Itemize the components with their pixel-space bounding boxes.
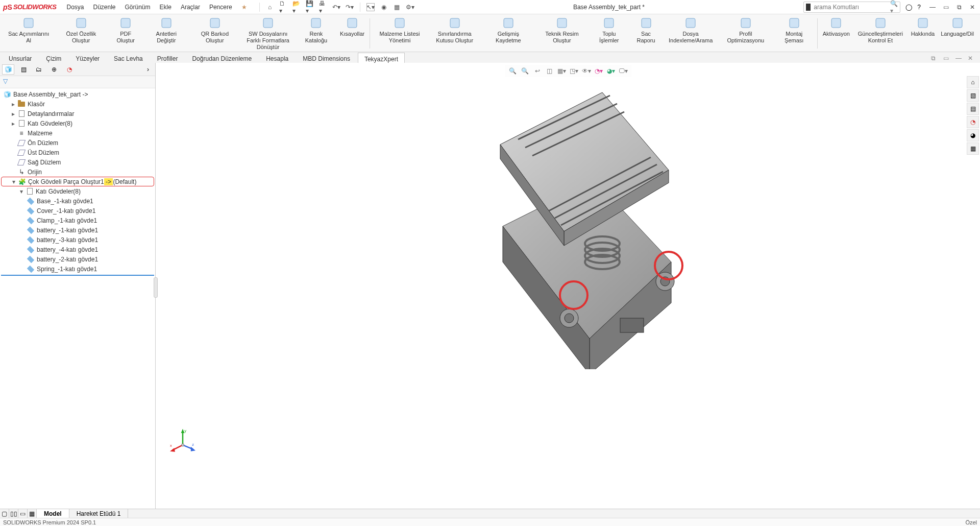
tree-body-item[interactable]: Clamp_-1-katı gövde1: [1, 216, 154, 225]
menu-view[interactable]: Görünüm: [121, 2, 155, 12]
bottom-tab-model[interactable]: Model: [37, 509, 69, 518]
tree-item-multibody[interactable]: ▾ 🧩 Çok Gövdeli Parça Oluştur1 -> (Defau…: [1, 177, 154, 186]
fp-tab-feature-tree[interactable]: 🧊: [2, 64, 14, 75]
ribbon-button[interactable]: Aktivasyon: [820, 16, 853, 37]
menu-file[interactable]: Dosya: [62, 2, 88, 12]
view-4-icon[interactable]: ▦: [28, 509, 37, 518]
status-unit-system[interactable]: Özel: [965, 519, 977, 525]
tree-filter-row[interactable]: ▽: [0, 76, 155, 88]
expander-icon[interactable]: ▸: [10, 120, 16, 127]
ribbon-button[interactable]: PDF Oluştur: [108, 16, 143, 44]
section-view-icon[interactable]: ◫: [545, 66, 555, 76]
ribbon-button[interactable]: Güncelleştirmeleri Kontrol Et: [853, 16, 908, 44]
view-2v-icon[interactable]: ▭: [18, 509, 28, 518]
close-button[interactable]: ✕: [968, 3, 977, 12]
tree-insertion-bar[interactable]: [1, 275, 154, 276]
tree-root[interactable]: 🧊 Base Assembly_tek_part ->: [1, 89, 154, 99]
taskpane-props-icon[interactable]: ▦: [967, 142, 979, 155]
expander-icon[interactable]: ▸: [10, 101, 16, 108]
graphics-viewport[interactable]: 🔍 🔍 ↩ ◫ ▦▾ ◳▾ 👁▾ ◔▾ ◕▾ 🖵▾ ⌂ ▧ ▤ ◔ ◕ ▦: [156, 63, 980, 510]
ribbon-button[interactable]: Profil Optimizasyonu: [718, 16, 773, 44]
ribbon-button[interactable]: QR Barkod Oluştur: [189, 16, 240, 44]
prev-view-icon[interactable]: ↩: [532, 66, 543, 76]
fp-tab-dim[interactable]: ⊕: [48, 64, 60, 75]
open-doc-icon[interactable]: 📂▾: [292, 3, 301, 11]
menu-insert[interactable]: Ekle: [156, 2, 176, 12]
maximize-button[interactable]: ⧉: [954, 3, 964, 12]
fp-tab-property[interactable]: ▤: [17, 64, 30, 75]
taskpane-appear-icon[interactable]: ◕: [967, 129, 979, 141]
tree-item[interactable]: ▸Katı Gövdeler(8): [1, 118, 154, 128]
restore-button[interactable]: ▭: [941, 3, 950, 12]
fp-tab-display[interactable]: ◔: [63, 64, 76, 75]
bottom-tab-motion[interactable]: Hareket Etüdü 1: [69, 509, 129, 518]
menu-edit[interactable]: Düzenle: [89, 2, 119, 12]
ribbon-button[interactable]: Sınırlandırma Kutusu Oluştur: [427, 16, 482, 44]
ribbon-button[interactable]: Teknik Resim Oluştur: [534, 16, 590, 44]
tree-item[interactable]: ↳Orijin: [1, 167, 154, 177]
tree-body-item[interactable]: battery_-2-katı gövde1: [1, 254, 154, 264]
display-style-icon[interactable]: ◳▾: [569, 66, 579, 76]
tree-item[interactable]: ≡Malzeme: [1, 128, 154, 138]
ribbon-button[interactable]: Kısayollar: [337, 16, 368, 37]
menu-window[interactable]: Pencere: [205, 2, 236, 12]
fp-expand-icon[interactable]: ›: [143, 66, 153, 73]
ribbon-button[interactable]: SW Dosyalarını Farklı Formatlara Dönüştü…: [240, 16, 296, 51]
zoom-fit-icon[interactable]: 🔍: [508, 66, 518, 76]
tree-body-item[interactable]: battery_-4-katı gövde1: [1, 245, 154, 254]
ribbon-button[interactable]: Montaj Şeması: [773, 16, 815, 44]
help-icon[interactable]: ?: [917, 4, 921, 11]
taskpane-view-icon[interactable]: ◔: [967, 116, 979, 128]
ribbon-button[interactable]: Antetleri Değiştir: [143, 16, 189, 44]
taskpane-home-icon[interactable]: ⌂: [967, 76, 979, 88]
view-settings-icon[interactable]: 🖵▾: [618, 66, 628, 76]
doc-max-icon[interactable]: —: [955, 55, 964, 63]
save-icon[interactable]: 💾▾: [306, 3, 314, 11]
orientation-icon[interactable]: ▦▾: [557, 66, 567, 76]
redo-icon[interactable]: ↷▾: [346, 3, 354, 11]
ribbon-button[interactable]: Toplu İşlemler: [590, 16, 629, 44]
print-icon[interactable]: 🖶▾: [319, 3, 327, 11]
select-arrow-icon[interactable]: ↖▾: [366, 3, 375, 11]
search-glass-icon[interactable]: 🔍▾: [890, 0, 898, 14]
taskpane-library-icon[interactable]: ▤: [967, 103, 979, 115]
zoom-area-icon[interactable]: 🔍: [520, 66, 530, 76]
tree-item[interactable]: Üst Düzlem: [1, 148, 154, 157]
menu-help-icon[interactable]: ★: [237, 2, 251, 12]
search-input[interactable]: [814, 4, 890, 11]
tree-body-item[interactable]: Spring_-1-katı gövde1: [1, 264, 154, 274]
ribbon-button[interactable]: Malzeme Listesi Yönetimi: [372, 16, 427, 44]
expander-icon[interactable]: ▾: [18, 188, 24, 195]
tree-item[interactable]: ▸Detaylandırmalar: [1, 109, 154, 118]
orientation-triad[interactable]: y x z: [170, 428, 195, 453]
feature-tree[interactable]: 🧊 Base Assembly_tek_part -> ▸Klasör▸Deta…: [0, 88, 155, 510]
settings-gear-icon[interactable]: ⚙▾: [406, 3, 414, 11]
ribbon-button[interactable]: Özel Özellik Oluştur: [54, 16, 108, 44]
doc-min-icon[interactable]: ▭: [943, 55, 951, 63]
command-search[interactable]: 🔍▾: [803, 2, 900, 13]
options-grid-icon[interactable]: ▦: [393, 3, 401, 11]
minimize-button[interactable]: —: [928, 3, 937, 12]
tree-body-item[interactable]: Base_-1-katı gövde1: [1, 196, 154, 206]
tree-item-solid-bodies-sub[interactable]: ▾ Katı Gövdeler(8): [1, 186, 154, 196]
fp-tab-config[interactable]: 🗂: [33, 64, 45, 75]
taskpane-resources-icon[interactable]: ▧: [967, 89, 979, 102]
ribbon-button[interactable]: Sac Açınımlarını Al: [3, 16, 54, 44]
filter-funnel-icon[interactable]: ▽: [3, 78, 8, 85]
undo-icon[interactable]: ↶▾: [332, 3, 340, 11]
tree-item[interactable]: Sağ Düzlem: [1, 157, 154, 167]
expander-icon[interactable]: ▸: [10, 110, 16, 117]
panel-splitter[interactable]: [154, 277, 158, 298]
ribbon-button[interactable]: Gelişmiş Kaydetme: [482, 16, 535, 44]
ribbon-button[interactable]: Dosya Indexleme/Arama: [663, 16, 718, 44]
ribbon-button[interactable]: Hakkında: [908, 16, 938, 37]
ribbon-button[interactable]: Language/Dil: [938, 16, 977, 37]
scene-icon[interactable]: ◕▾: [606, 66, 616, 76]
tree-item[interactable]: Ön Düzlem: [1, 138, 154, 148]
user-icon[interactable]: ◯: [905, 4, 912, 11]
home-icon[interactable]: ⌂: [266, 3, 274, 11]
ribbon-button[interactable]: Sac Raporu: [629, 16, 664, 44]
ribbon-button[interactable]: Renk Kataloğu: [296, 16, 337, 44]
tree-body-item[interactable]: battery_-3-katı gövde1: [1, 235, 154, 245]
view-single-icon[interactable]: ▢: [0, 509, 9, 518]
